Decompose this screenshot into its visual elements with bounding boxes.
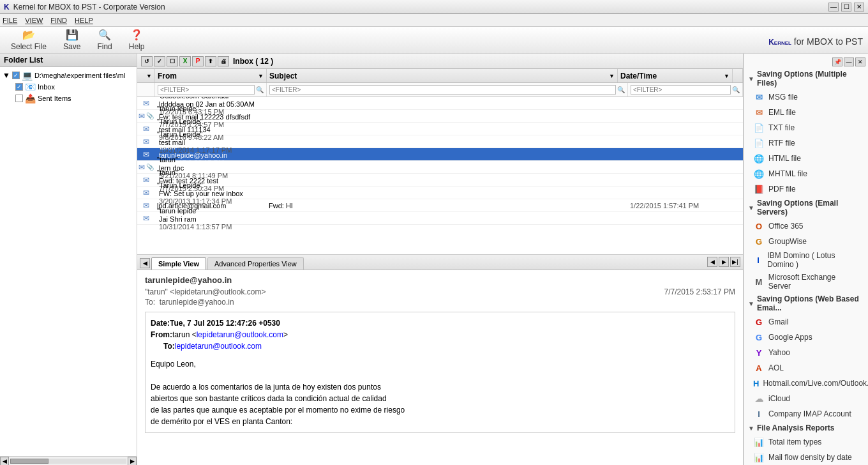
- right-item-icloud[interactable]: ☁ iCloud: [744, 391, 868, 406]
- menu-help[interactable]: HELP: [75, 17, 93, 24]
- section-saving-multiple[interactable]: ▼ Saving Options (Multiple Files): [744, 68, 868, 89]
- envelope-icon: ✉: [143, 150, 149, 159]
- section-saving-servers[interactable]: ▼ Saving Options (Email Servers): [744, 197, 868, 218]
- window-controls[interactable]: — ☐ ✕: [828, 3, 864, 11]
- col-header-from[interactable]: From ▼: [155, 69, 267, 82]
- close-button[interactable]: ✕: [854, 3, 864, 11]
- filter-date-input[interactable]: [631, 85, 731, 95]
- right-item-pdf[interactable]: 📕 PDF file: [744, 181, 868, 197]
- check-all-button[interactable]: ✓: [154, 56, 165, 66]
- body-date-line: Date:Tue, 7 Jul 2015 12:47:26 +0530: [151, 317, 730, 329]
- menubar: FILE VIEW FIND HELP: [0, 14, 868, 27]
- right-item-icon: I: [753, 408, 765, 420]
- scroll-left-arrow[interactable]: ◀: [0, 457, 9, 466]
- right-item-eml[interactable]: ✉ EML file: [744, 105, 868, 120]
- right-item-gmail[interactable]: G Gmail: [744, 314, 868, 330]
- email-icon-cell: ✉: [137, 99, 155, 108]
- save-button[interactable]: 💾 Save: [57, 29, 86, 52]
- body-to-link[interactable]: lepidetarun@outlook.com: [175, 342, 262, 351]
- attachment-icon: 📎: [146, 112, 154, 119]
- right-item-aol[interactable]: A AOL: [744, 360, 868, 376]
- right-item-gw[interactable]: G GroupWise: [744, 234, 868, 249]
- print-button[interactable]: 🖨: [218, 56, 229, 66]
- root-checkbox[interactable]: ✓: [12, 72, 20, 79]
- horizontal-scrollbar[interactable]: ◀ ▶: [0, 456, 137, 465]
- right-item-msg[interactable]: ✉ MSG file: [744, 89, 868, 105]
- preview-nav-last[interactable]: ▶|: [730, 257, 740, 267]
- maximize-button[interactable]: ☐: [841, 3, 851, 11]
- right-item-ibm[interactable]: I IBM Domino ( Lotus Domino ): [744, 249, 868, 271]
- sent-checkbox[interactable]: [15, 95, 23, 102]
- right-item-html[interactable]: 🌐 HTML file: [744, 151, 868, 166]
- right-item-icon: I: [753, 254, 763, 266]
- col-header-subject[interactable]: Subject ▼: [267, 69, 618, 82]
- section-file-analysis[interactable]: ▼ File Analysis Reports: [744, 422, 868, 434]
- table-row[interactable]: ✉ "Tarun Lepide" FW: Set up your new inb…: [137, 187, 743, 199]
- folder-root[interactable]: ▼ ✓ 💻 D:\megha\experiment files\ml: [3, 70, 134, 81]
- preview-nav-prev[interactable]: ◀: [707, 257, 717, 267]
- saving-multiple-items: ✉ MSG file ✉ EML file 📄 TXT file 📄 RTF f…: [744, 89, 868, 197]
- inbox-icon: 📧: [25, 82, 36, 92]
- right-item-label: Total item types: [768, 438, 821, 446]
- right-item-imap[interactable]: I Company IMAP Account: [744, 406, 868, 422]
- right-item-icon: G: [753, 332, 765, 343]
- right-item-hotmail[interactable]: H Hotmail.com/Live.com/Outlook....: [744, 376, 868, 391]
- right-item-txt[interactable]: 📄 TXT file: [744, 120, 868, 135]
- right-item-mailflow-date[interactable]: 📊 Mail flow density by date: [744, 450, 868, 465]
- filter-subject-search-icon[interactable]: 🔍: [617, 86, 625, 93]
- right-panel-pin[interactable]: 📌: [832, 57, 842, 66]
- right-item-label: Microsoft Exchange Server: [768, 273, 859, 291]
- find-button[interactable]: 🔍 Find: [91, 29, 117, 52]
- right-item-gapps[interactable]: G Google Apps: [744, 330, 868, 345]
- table-row[interactable]: ✉ "tarun lepide" Jai Shri ram 10/31/2014…: [137, 212, 743, 225]
- right-item-rtf[interactable]: 📄 RTF file: [744, 135, 868, 151]
- export-button[interactable]: ⬆: [205, 56, 216, 66]
- body-from-line: From:tarun <lepidetarun@outlook.com>: [151, 329, 730, 340]
- preview-nav-next[interactable]: ▶: [719, 257, 729, 267]
- envelope-icon: ✉: [143, 214, 149, 223]
- right-item-o365[interactable]: O Office 365: [744, 218, 868, 234]
- body-from-link[interactable]: lepidetarun@outlook.com: [197, 330, 283, 339]
- tab-advanced-view[interactable]: Advanced Properties View: [207, 257, 304, 270]
- filter-subject-input[interactable]: [269, 85, 616, 95]
- menu-file[interactable]: FILE: [3, 17, 17, 24]
- right-panel-minimize[interactable]: —: [844, 57, 854, 66]
- folder-inbox[interactable]: ✓ 📧 Inbox: [15, 81, 134, 93]
- filter-date-search-icon[interactable]: 🔍: [732, 86, 740, 93]
- col-header-date[interactable]: Date/Time ▼: [618, 69, 733, 82]
- refresh-button[interactable]: ↺: [141, 56, 153, 66]
- select-file-button[interactable]: 📂 Select File: [5, 29, 52, 52]
- filter-from-search-icon[interactable]: 🔍: [256, 86, 264, 93]
- menu-find[interactable]: FIND: [50, 17, 67, 24]
- uncheck-button[interactable]: ☐: [167, 56, 178, 66]
- email-date: 1/22/2015 1:57:41 PM: [628, 202, 743, 210]
- preview-from-display: tarunlepide@yahoo.in: [145, 275, 735, 285]
- right-item-mhtml[interactable]: 🌐 MHTML file: [744, 166, 868, 181]
- right-item-total[interactable]: 📊 Total item types: [744, 434, 868, 450]
- envelope-icon: ✉: [143, 137, 149, 146]
- pdf-button[interactable]: P: [192, 56, 204, 66]
- minimize-button[interactable]: —: [828, 3, 839, 11]
- filter-from-input[interactable]: [158, 85, 255, 95]
- right-item-yahoo[interactable]: Y Yahoo: [744, 345, 868, 360]
- preview-to-address: tarunlepide@yahoo.in: [160, 298, 234, 307]
- col-header-icon[interactable]: ▼: [137, 69, 155, 82]
- tab-simple-view[interactable]: Simple View: [151, 257, 206, 270]
- xlsx-button[interactable]: X: [179, 56, 191, 66]
- preview-tabs: ◀ Simple View Advanced Properties View ◀…: [137, 255, 743, 270]
- preview-nav-left[interactable]: ◀: [140, 258, 150, 268]
- help-button[interactable]: ❓ Help: [123, 29, 151, 52]
- menu-view[interactable]: VIEW: [25, 17, 43, 24]
- help-icon: ❓: [130, 29, 143, 41]
- right-item-ms[interactable]: M Microsoft Exchange Server: [744, 271, 868, 293]
- right-item-label: AOL: [768, 363, 784, 372]
- scroll-right-arrow[interactable]: ▶: [128, 457, 137, 466]
- scroll-thumb[interactable]: [10, 459, 49, 464]
- right-panel-close[interactable]: ✕: [855, 57, 865, 66]
- section-saving-web[interactable]: ▼ Saving Options (Web Based Emai...: [744, 293, 868, 314]
- inbox-checkbox[interactable]: ✓: [15, 83, 23, 91]
- right-item-label: HTML file: [768, 154, 801, 163]
- folder-sent[interactable]: 📤 Sent Items: [15, 93, 134, 104]
- section-servers-arrow: ▼: [748, 204, 754, 211]
- right-item-label: EML file: [768, 108, 796, 117]
